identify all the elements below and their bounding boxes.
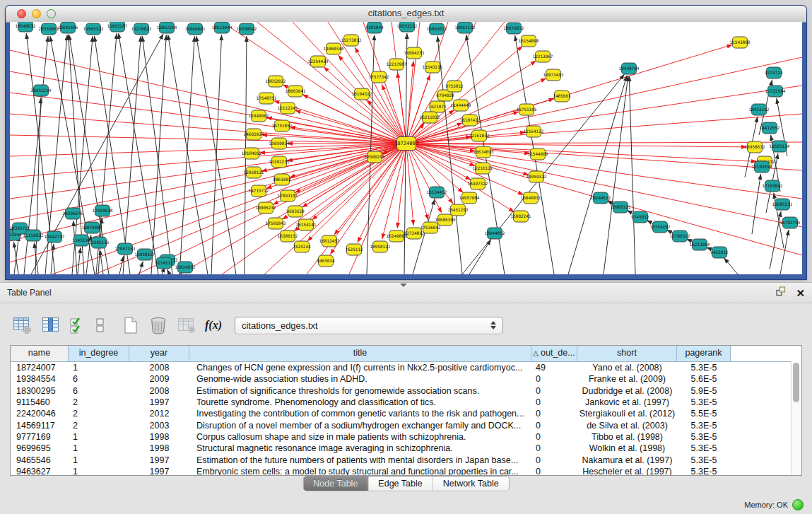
column-select-icon[interactable] <box>41 316 61 334</box>
graph-node[interactable]: 10686309 <box>435 214 456 226</box>
graph-node[interactable]: 10905232 <box>256 202 276 214</box>
graph-node[interactable]: 9603529 <box>286 206 305 217</box>
graph-node[interactable]: 7485063 <box>553 90 571 102</box>
graph-node[interactable]: 18423312 <box>749 104 770 115</box>
graph-node[interactable]: 17103842 <box>763 180 783 192</box>
graph-node[interactable]: 11543211 <box>423 62 443 73</box>
graph-node[interactable]: 16154141 <box>296 219 317 230</box>
table-row[interactable]: 946554611997Estimation of the future num… <box>11 454 801 465</box>
graph-node[interactable]: 9755812 <box>445 81 464 92</box>
network-canvas[interactable]: 1865202217548751129409621460292418184952… <box>10 22 802 274</box>
graph-node[interactable]: 17957253 <box>115 243 136 255</box>
graph-node[interactable]: 14715712 <box>249 185 269 197</box>
graph-node[interactable]: 12216122 <box>473 163 493 174</box>
graph-node[interactable]: 17548751 <box>257 93 277 104</box>
graph-node[interactable]: 9465024 <box>317 255 335 267</box>
table-row[interactable]: 1938455462009Genome-wide association stu… <box>11 373 801 385</box>
graph-node[interactable]: 20206576 <box>63 208 83 219</box>
graph-node[interactable]: 18652022 <box>266 76 286 87</box>
graph-node[interactable]: 15958632 <box>745 141 765 153</box>
graph-hub-node[interactable]: 18724007 <box>394 137 418 151</box>
graph-node[interactable]: 16964801 <box>185 23 206 35</box>
graph-node[interactable]: 15194322 <box>352 88 372 100</box>
vertical-scrollbar[interactable] <box>791 361 801 475</box>
graph-node[interactable]: 19553212 <box>397 22 418 32</box>
graph-node[interactable]: 16213904 <box>690 239 710 250</box>
close-panel-icon[interactable]: ✕ <box>796 288 805 298</box>
column-header-out_de[interactable]: △out_de... <box>531 346 577 361</box>
table-row[interactable]: 1872400712008Changes of HCN gene express… <box>11 362 801 373</box>
graph-node[interactable]: 15059034 <box>269 138 290 149</box>
graph-node[interactable]: 19338042 <box>237 23 257 35</box>
graph-node[interactable]: 11543808 <box>730 37 751 48</box>
graph-node[interactable]: 10975887 <box>82 222 102 233</box>
graph-node[interactable]: 16964253 <box>404 47 425 59</box>
table-settings-icon[interactable] <box>13 316 33 334</box>
graph-node[interactable]: 12724812 <box>404 228 425 239</box>
graph-node[interactable]: 15497322 <box>468 178 488 189</box>
graph-node[interactable]: 9245012 <box>631 211 649 223</box>
graph-node[interactable]: 8861002 <box>273 174 291 185</box>
tab-node-table[interactable]: Node Table <box>303 477 368 491</box>
graph-node[interactable]: 13302275 <box>269 156 290 168</box>
float-panel-icon[interactable] <box>776 286 786 299</box>
graph-node[interactable]: 9274723 <box>765 67 783 78</box>
graph-node[interactable]: 16107427 <box>460 115 481 126</box>
graph-node[interactable]: 12940962 <box>249 110 269 122</box>
rows-icon[interactable] <box>95 316 106 334</box>
table-row[interactable]: 1830029562008Estimation of significance … <box>11 385 801 397</box>
graph-node[interactable]: 20355061 <box>39 23 59 35</box>
citation-network-graph[interactable]: 1865202217548751129409621460292418184952… <box>10 22 802 274</box>
graph-node[interactable]: 15276022 <box>131 23 152 35</box>
graph-node[interactable]: 19448794 <box>619 63 640 74</box>
graph-node[interactable]: 12254439 <box>308 56 329 67</box>
graph-node[interactable]: 7625112 <box>345 244 363 255</box>
row-check-icon[interactable] <box>69 316 86 334</box>
tab-edge-table[interactable]: Edge Table <box>368 477 433 491</box>
table-row[interactable]: 1456911722003Disruption of a novel membe… <box>11 419 801 431</box>
function-icon[interactable]: f(x) <box>205 319 222 332</box>
table-row[interactable]: 969969511998Structural magnetic resonanc… <box>11 443 801 454</box>
graph-node[interactable]: 10685211 <box>772 199 793 210</box>
graph-node[interactable]: 18963122 <box>455 22 476 33</box>
graph-node[interactable]: 15273812 <box>341 35 362 46</box>
graph-node[interactable]: 20691406 <box>58 22 78 33</box>
graph-node[interactable]: 16751052 <box>272 120 293 132</box>
column-header-year[interactable]: year <box>129 346 189 361</box>
graph-node[interactable]: 13942737 <box>45 231 65 243</box>
minimize-window-icon[interactable] <box>32 9 41 18</box>
graph-node[interactable]: 19862204 <box>157 22 177 33</box>
graph-node[interactable]: 15751105 <box>517 104 537 115</box>
column-header-in_degree[interactable]: in_degree <box>69 346 129 361</box>
graph-node[interactable]: 16354202 <box>650 221 671 233</box>
graph-node[interactable]: 15134457 <box>427 187 447 198</box>
graph-node[interactable]: 8183044 <box>365 22 384 33</box>
tab-network-table[interactable]: Network Table <box>433 477 509 491</box>
graph-node[interactable]: 18044852 <box>485 228 505 239</box>
graph-node[interactable]: 19244522 <box>591 192 611 204</box>
graph-node[interactable]: 18958121 <box>370 241 391 252</box>
graph-node[interactable]: 12217987 <box>387 59 407 70</box>
graph-node[interactable]: 7625244 <box>293 241 311 252</box>
graph-node[interactable]: 12213967 <box>533 51 553 62</box>
graph-node[interactable]: 12112241 <box>278 103 298 114</box>
column-header-short[interactable]: short <box>577 346 677 361</box>
graph-node[interactable]: 12505135 <box>89 237 110 248</box>
graph-node[interactable]: 15902241 <box>511 211 531 222</box>
table-row[interactable]: 911546021997Tourette syndrome. Phenomeno… <box>11 397 801 408</box>
graph-node[interactable]: 1621072 <box>428 101 447 112</box>
splitter-grip-icon[interactable] <box>400 284 407 287</box>
graph-node[interactable]: 16824052 <box>175 262 196 273</box>
graph-node[interactable]: 11444448 <box>451 100 471 111</box>
graph-node[interactable]: 20551214 <box>31 85 52 96</box>
graph-node[interactable]: 17359938 <box>93 205 113 216</box>
graph-node[interactable]: 15451293 <box>448 204 469 216</box>
graph-node[interactable]: 18184952 <box>242 148 262 159</box>
graph-node[interactable]: 18300295 <box>365 151 385 163</box>
delete-table-icon[interactable] <box>177 316 196 334</box>
memory-status-icon[interactable] <box>792 499 804 510</box>
graph-node[interactable]: 16249863 <box>387 230 407 242</box>
scrollbar-thumb[interactable] <box>793 363 799 402</box>
graph-node[interactable]: 12725584 <box>765 86 786 97</box>
table-selector-dropdown[interactable]: citations_edges.txt <box>235 317 503 334</box>
